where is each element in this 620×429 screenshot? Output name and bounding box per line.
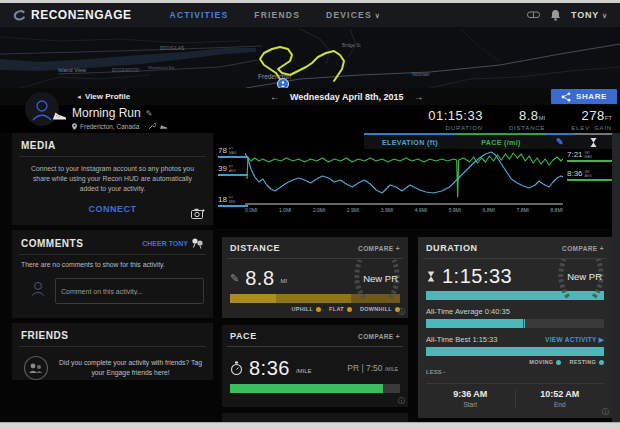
uphill-dot-icon	[316, 307, 321, 312]
comment-input[interactable]	[55, 278, 204, 304]
all-time-average-label: All-Time Average 0:40:35	[426, 307, 604, 316]
map-canvas: DOUGLAS Island View EDGEWOOD Woodstock R…	[0, 27, 620, 88]
brand-logo[interactable]: RECONΞNGAGE	[12, 8, 132, 22]
comments-card: COMMENTS CHEER TONY There are no comment…	[12, 230, 213, 318]
media-title: MEDIA	[21, 140, 204, 151]
distance-unit: MI	[281, 278, 288, 284]
pace-bar	[230, 384, 400, 393]
chart-x-ticks: 0.0MI1.0MI2.0MI2.9MI3.9MI4.9MI5.9MI6.8MI…	[245, 207, 563, 213]
yaxis-pace-max: 7:21/MIMAX	[567, 150, 612, 162]
map-label: Fredericton	[258, 73, 291, 80]
cheer-pompom-icon	[191, 237, 204, 249]
avg-bar-end-marker	[522, 319, 525, 328]
pace-compare-button[interactable]: COMPARE +	[358, 333, 400, 340]
comments-empty-text: There are no comments to show for this a…	[21, 261, 204, 268]
avg-bar-fill	[426, 319, 522, 328]
stat-distance: 8.8MI DISTANCE	[509, 106, 545, 131]
resting-dot-icon	[599, 360, 604, 365]
device-goggles-icon	[527, 11, 540, 19]
map-label: Bridge St	[342, 43, 361, 48]
notifications-bell-icon[interactable]	[550, 9, 561, 21]
map-label: Island View	[58, 67, 86, 73]
shoe-small-icon[interactable]	[159, 123, 168, 130]
activity-location: Fredericton, Canada	[80, 123, 139, 130]
moving-dot-icon	[556, 360, 561, 365]
duration-title: DURATION	[426, 243, 478, 253]
all-time-best-bar	[426, 347, 604, 356]
edit-distance-pencil-icon[interactable]: ✎	[230, 272, 239, 285]
view-activity-link[interactable]: VIEW ACTIVITY ▶	[545, 336, 604, 344]
view-profile-link[interactable]: ◄View Profile	[76, 92, 130, 101]
wrench-icon[interactable]	[148, 122, 156, 130]
prev-day-arrow-icon[interactable]: ←	[270, 91, 280, 102]
all-time-average-bar	[426, 319, 604, 328]
elevation-line	[245, 152, 563, 193]
cheer-tony-link[interactable]: CHEER TONY	[142, 237, 204, 249]
nav-right: TONY∨	[527, 9, 608, 21]
distance-info-icon[interactable]: ⓘ	[398, 307, 405, 317]
distance-new-pr-badge: New PR	[363, 273, 398, 284]
date-nav: ← Wednesday April 8th, 2015 →	[270, 88, 424, 105]
duration-new-pr-badge: New PR	[567, 271, 602, 282]
distance-title: DISTANCE	[230, 243, 280, 253]
chart-plot[interactable]	[245, 149, 563, 207]
running-shoe-icon	[52, 109, 67, 122]
location-pin-icon	[72, 123, 77, 130]
hourglass-icon	[426, 270, 436, 283]
pace-info-icon[interactable]: ⓘ	[398, 396, 405, 406]
friends-title: FRIENDS	[21, 330, 204, 341]
edit-title-pencil-icon[interactable]: ✎	[146, 109, 153, 118]
pace-card: PACE COMPARE + 8:36 /MILE PR | 7:50 /MIL…	[222, 325, 408, 407]
stopwatch-icon	[230, 361, 243, 376]
duration-info-icon[interactable]: ⓘ	[602, 407, 609, 417]
play-triangle-icon: ▶	[599, 336, 604, 343]
all-time-best-label: All-Time Best 1:15:33	[426, 335, 497, 344]
camera-icon[interactable]	[191, 208, 205, 219]
tab-pace[interactable]: PACE (/mi)	[456, 133, 546, 149]
duration-footer: 9:36 AM Start 10:52 AM End	[426, 383, 604, 408]
next-day-arrow-icon[interactable]: →	[414, 91, 424, 102]
pace-pr-label: PR | 7:50 /MILE	[347, 363, 398, 373]
nav-friends[interactable]: FRIENDS	[254, 10, 300, 20]
pace-value: 8:36	[249, 357, 290, 380]
user-menu[interactable]: TONY∨	[571, 10, 608, 20]
stat-duration: 01:15:33 DURATION	[428, 106, 483, 131]
activity-title-row: Morning Run✎ Fredericton, Canada 01:15:3…	[0, 105, 620, 133]
yaxis-elevation-min: 18FTMIN	[218, 195, 248, 207]
app-root: RECONΞNGAGE ACTIVITIES FRIENDS DEVICES∨ …	[0, 0, 620, 429]
tab-edit-pencil-icon[interactable]: ✎	[546, 133, 574, 149]
tab-elevation[interactable]: ELEVATION (ft)	[364, 133, 456, 149]
tab-duration-hourglass-icon[interactable]	[574, 133, 612, 149]
friends-body-text: Did you complete your activity with frie…	[57, 358, 204, 378]
yaxis-elevation-max: 78FTMAX	[218, 146, 248, 158]
uphill-segment	[230, 294, 276, 303]
activity-map[interactable]: DOUGLAS Island View EDGEWOOD Woodstock R…	[0, 27, 620, 88]
friends-card: FRIENDS Did you complete your activity w…	[12, 323, 213, 380]
distance-value: 8.8	[245, 267, 274, 290]
brand-text: RECONΞNGAGE	[31, 8, 132, 22]
stat-elev-gain: 278FT ELEV. GAIN	[571, 106, 612, 131]
flat-dot-icon	[347, 307, 352, 312]
share-button[interactable]: SHARE	[551, 89, 617, 104]
activity-header-strip: ◄View Profile ← Wednesday April 8th, 201…	[0, 88, 620, 105]
activity-title: Morning Run	[72, 106, 141, 120]
pace-bar-fill	[230, 384, 383, 393]
scrollbar[interactable]	[612, 133, 620, 422]
nav-devices[interactable]: DEVICES∨	[326, 10, 381, 20]
activity-title-block: Morning Run✎ Fredericton, Canada	[72, 106, 168, 130]
distance-compare-button[interactable]: COMPARE +	[358, 245, 400, 252]
media-card: MEDIA Connect to your Instagram account …	[12, 133, 213, 225]
map-label: EDGEWOOD	[112, 68, 140, 73]
yaxis-pace-avg: 8:36/MIAVG	[567, 169, 612, 181]
less-toggle[interactable]: LESS -	[426, 369, 604, 375]
best-bar-fill	[426, 347, 604, 356]
connect-button[interactable]: CONNECT	[21, 204, 204, 214]
browser-bottom-edge	[0, 422, 620, 429]
chevron-down-icon: ∨	[602, 12, 608, 19]
media-body-text: Connect to your Instagram account so any…	[21, 163, 204, 195]
end-time: 10:52 AM End	[516, 389, 605, 408]
nav-activities[interactable]: ACTIVITIES	[170, 10, 229, 20]
pace-unit: /MILE	[296, 368, 312, 374]
duration-value: 1:15:33	[442, 265, 512, 288]
activity-stats: 01:15:33 DURATION 8.8MI DISTANCE 278FT E…	[428, 106, 612, 131]
